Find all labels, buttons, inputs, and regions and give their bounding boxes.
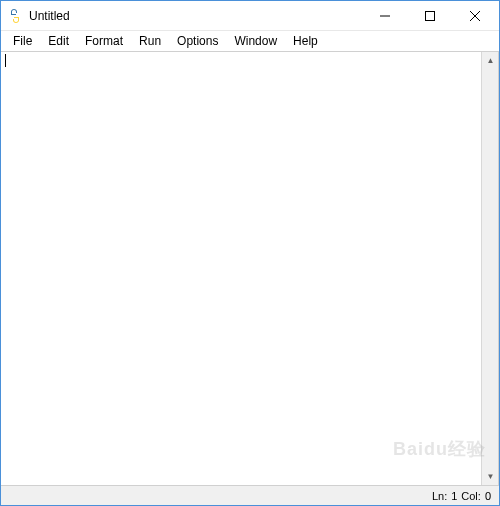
menu-options[interactable]: Options	[169, 32, 226, 50]
menu-edit[interactable]: Edit	[40, 32, 77, 50]
minimize-button[interactable]	[362, 2, 407, 30]
close-button[interactable]	[452, 2, 497, 30]
status-col-label: Col:	[461, 490, 481, 502]
maximize-button[interactable]	[407, 2, 452, 30]
svg-rect-3	[425, 11, 434, 20]
text-cursor	[5, 54, 6, 67]
status-line-label: Ln:	[432, 490, 447, 502]
statusbar: Ln: 1 Col: 0	[1, 485, 499, 505]
menu-run[interactable]: Run	[131, 32, 169, 50]
window-title: Untitled	[29, 9, 362, 23]
menu-file[interactable]: File	[5, 32, 40, 50]
window-controls	[362, 2, 497, 30]
status-col-value: 0	[485, 490, 491, 502]
svg-point-0	[12, 10, 13, 11]
scroll-down-icon[interactable]: ▼	[482, 468, 499, 485]
titlebar: Untitled	[1, 1, 499, 31]
svg-point-1	[16, 19, 17, 20]
code-editor[interactable]	[1, 52, 481, 485]
menu-help[interactable]: Help	[285, 32, 326, 50]
menubar: File Edit Format Run Options Window Help	[1, 31, 499, 52]
vertical-scrollbar[interactable]: ▲ ▼	[481, 52, 498, 485]
editor-area: ▲ ▼ Baidu经验	[1, 52, 499, 485]
app-icon	[7, 8, 23, 24]
scroll-up-icon[interactable]: ▲	[482, 52, 499, 69]
menu-format[interactable]: Format	[77, 32, 131, 50]
menu-window[interactable]: Window	[226, 32, 285, 50]
status-line-value: 1	[451, 490, 457, 502]
